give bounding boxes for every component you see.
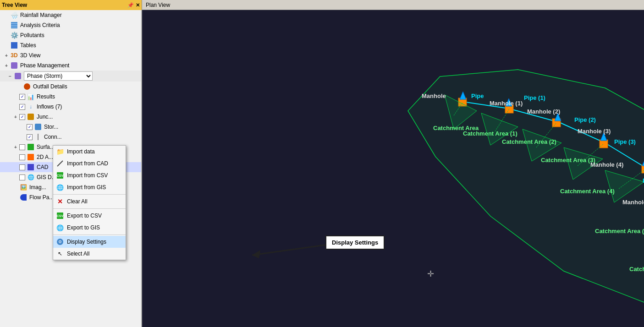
pin-icon[interactable]: 📌 <box>127 2 134 8</box>
phasemgmt-label: Phase Management <box>20 62 139 69</box>
expand-inflows <box>13 104 18 109</box>
tree-view-title: Tree View <box>2 2 27 8</box>
conduit-checkbox[interactable] <box>27 134 33 140</box>
expand-outfall <box>17 84 22 89</box>
storm-checkbox[interactable] <box>27 124 33 130</box>
tree-item-outfall[interactable]: Outfall Details <box>0 82 141 92</box>
tables-label: Tables <box>20 42 139 49</box>
storm-icon <box>34 123 42 131</box>
expand-btn-phase[interactable]: − <box>7 73 13 79</box>
callout-text: Display Settings <box>332 239 378 246</box>
ctx-import-data-label: Import data <box>67 148 95 155</box>
expand-flowpa <box>13 195 18 200</box>
3dview-label: 3D View <box>20 52 139 59</box>
globe-icon: 🌐 <box>56 183 64 191</box>
results-checkbox[interactable] <box>19 94 25 100</box>
tables-icon <box>10 41 18 49</box>
tree-header-icons: 📌 ✕ <box>127 2 140 8</box>
ctx-select-all-label: Select All <box>67 251 89 257</box>
outfall-label: Outfall Details <box>33 83 139 90</box>
ctx-export-gis[interactable]: 🌐 Export to GIS <box>53 222 126 234</box>
csv2-icon: CSV <box>56 212 64 220</box>
tree-item-pollutants[interactable]: ⚙️ Pollutants <box>0 30 141 40</box>
phasemgmt-icon <box>10 61 18 70</box>
inflows-checkbox[interactable] <box>19 104 25 110</box>
storm-label: Stor... <box>44 124 139 130</box>
ctx-import-data[interactable]: 📁 Import data <box>53 146 126 158</box>
expand-results <box>13 94 18 99</box>
expand-gis <box>13 174 18 180</box>
junctions-checkbox[interactable] <box>19 114 25 120</box>
ctx-select-all[interactable]: ↖ Select All <box>53 248 126 260</box>
svg-marker-1 <box>408 70 644 303</box>
plan-view-header: Plan View <box>142 0 644 10</box>
phase-dropdown[interactable]: Phase (Storm) <box>24 71 93 81</box>
tree-item-analysis[interactable]: Analysis Criteria <box>0 20 141 30</box>
folder-icon: 📁 <box>56 147 64 156</box>
ctx-import-cad-label: Import from CAD <box>67 160 108 167</box>
tree-item-phase-storm[interactable]: − Phase (Storm) <box>0 71 141 82</box>
expand-image <box>13 185 18 190</box>
cad-line-icon <box>56 159 64 168</box>
gear2-icon: ⚙ <box>56 238 64 246</box>
conduit-label: Conn... <box>44 134 139 140</box>
ctx-import-csv[interactable]: CSV Import from CSV <box>53 169 126 181</box>
expand-btn-phasemgmt[interactable]: + <box>4 63 9 68</box>
conduit-icon <box>34 133 42 141</box>
x-red-icon: ✕ <box>56 197 64 206</box>
plan-view[interactable]: Manhole Pipe Manhole (1) Pipe (1) Manhol… <box>142 10 644 327</box>
ctx-import-cad[interactable]: Import from CAD <box>53 158 126 169</box>
cad-checkbox[interactable] <box>19 164 25 170</box>
tree-item-rainfall[interactable]: 🌧️ Rainfall Manager <box>0 10 141 20</box>
ctx-import-gis[interactable]: 🌐 Import from GIS <box>53 181 126 193</box>
analysis-icon <box>10 21 18 29</box>
pollutants-icon: ⚙️ <box>10 31 18 39</box>
inflows-icon: ↓ <box>27 103 35 111</box>
tree-item-junctions[interactable]: + Junc... <box>0 112 141 122</box>
ctx-display-settings[interactable]: ⚙ Display Settings <box>53 236 126 248</box>
expand-cad <box>13 164 18 170</box>
expand-btn-rainfall <box>4 12 9 18</box>
ctx-separator-2 <box>53 208 126 209</box>
gis-checkbox[interactable] <box>19 174 25 180</box>
ctx-clear-all[interactable]: ✕ Clear All <box>53 196 126 207</box>
analysis-label: Analysis Criteria <box>20 22 139 28</box>
expand-btn-tables <box>4 43 9 48</box>
2da-checkbox[interactable] <box>19 154 25 160</box>
3dview-icon: 3D <box>10 51 18 60</box>
tree-item-3dview[interactable]: + 3D 3D View <box>0 50 141 60</box>
pollutants-label: Pollutants <box>20 32 139 38</box>
callout-box: Display Settings <box>325 235 385 250</box>
app-header: Tree View 📌 ✕ Plan View <box>0 0 644 10</box>
main-layout: 🌧️ Rainfall Manager Analysis Criteria ⚙️… <box>0 10 644 327</box>
ctx-export-gis-label: Export to GIS <box>67 224 100 231</box>
ctx-export-csv-label: Export to CSV <box>67 213 102 219</box>
expand-surface[interactable]: + <box>13 144 18 150</box>
inflows-label: Inflows (7) <box>37 104 139 110</box>
expand-conduit <box>20 134 26 140</box>
phase-icon <box>14 72 22 80</box>
ctx-display-settings-label: Display Settings <box>67 239 106 245</box>
tree-item-phasemgmt[interactable]: + Phase Management <box>0 60 141 71</box>
close-icon[interactable]: ✕ <box>136 2 140 8</box>
ctx-import-csv-label: Import from CSV <box>67 172 108 179</box>
ctx-separator-1 <box>53 194 126 195</box>
tree-item-results[interactable]: 📊 Results <box>0 92 141 102</box>
csv-icon: CSV <box>56 171 64 180</box>
context-menu: 📁 Import data Import from CAD CSV <box>53 145 126 260</box>
tree-item-inflows[interactable]: ↓ Inflows (7) <box>0 102 141 112</box>
tree-item-conduit[interactable]: Conn... <box>0 132 141 142</box>
expand-storm <box>20 124 26 130</box>
expand-btn-analysis <box>4 22 9 28</box>
cad-icon <box>27 163 35 171</box>
tree-item-storm[interactable]: Stor... <box>0 122 141 132</box>
tree-item-tables[interactable]: Tables <box>0 40 141 50</box>
image-icon: 🖼️ <box>19 183 28 191</box>
ctx-export-csv[interactable]: CSV Export to CSV <box>53 210 126 222</box>
expand-btn-pollutants <box>4 33 9 38</box>
cursor-icon: ↖ <box>56 250 64 258</box>
surface-checkbox[interactable] <box>19 144 25 150</box>
expand-junctions[interactable]: + <box>13 114 18 120</box>
expand-2da <box>13 154 18 160</box>
expand-btn-3dview[interactable]: + <box>4 53 9 58</box>
